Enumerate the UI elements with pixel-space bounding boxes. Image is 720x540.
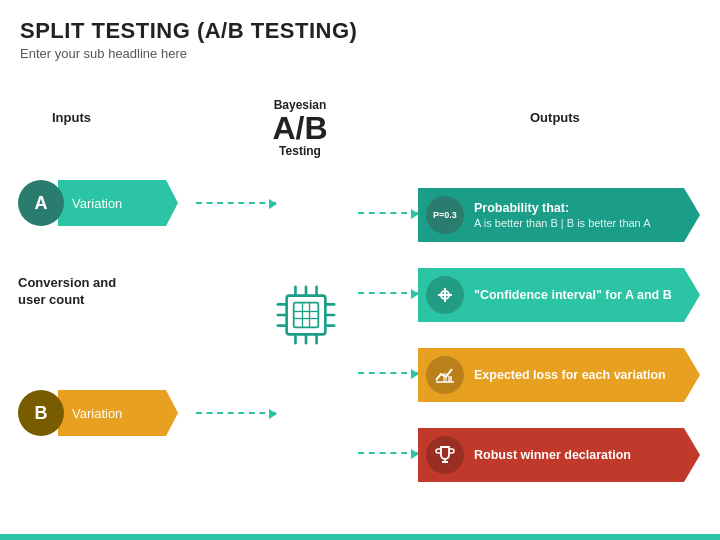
- conversion-label: Conversion and user count: [18, 275, 116, 309]
- bayesian-bottom: Testing: [240, 144, 360, 158]
- p-badge-icon: P=0.3: [426, 196, 464, 234]
- arrow-output-1: [358, 212, 418, 214]
- diagram: Inputs Bayesian A/B Testing Outputs A Va…: [0, 80, 720, 530]
- outputs-label: Outputs: [530, 110, 580, 125]
- arrow-output-2: [358, 292, 418, 294]
- trophy-icon: [426, 436, 464, 474]
- conversion-line1: Conversion and: [18, 275, 116, 292]
- output-shape-3: Expected loss for each variation: [418, 348, 700, 402]
- output-3-text: Expected loss for each variation: [474, 367, 700, 383]
- engine-icon: [256, 265, 356, 365]
- output-shape-2: "Confidence interval" for A and B: [418, 268, 700, 322]
- output-3-main: Expected loss for each variation: [474, 367, 700, 383]
- output-shape-4: Robust winner declaration: [418, 428, 700, 482]
- svg-rect-1: [294, 303, 319, 328]
- bottom-accent-bar: [0, 534, 720, 540]
- bayesian-label: Bayesian A/B Testing: [240, 98, 360, 158]
- variation-b-label: Variation: [72, 406, 122, 421]
- svg-rect-0: [287, 296, 326, 335]
- conversion-line2: user count: [18, 292, 116, 309]
- output-1-sub: A is better than B | B is better than A: [474, 217, 700, 230]
- arrow-input-a: [196, 202, 276, 204]
- page-subtitle: Enter your sub headline here: [20, 46, 700, 61]
- output-2-main: "Confidence interval" for A and B: [474, 287, 700, 303]
- output-item-4: Robust winner declaration: [418, 428, 700, 482]
- confidence-icon: [426, 276, 464, 314]
- arrow-output-4: [358, 452, 418, 454]
- output-item-3: Expected loss for each variation: [418, 348, 700, 402]
- inputs-label: Inputs: [52, 110, 91, 125]
- circle-a: A: [18, 180, 64, 226]
- arrow-input-b: [196, 412, 276, 414]
- pill-a: Variation: [58, 180, 178, 226]
- engine-svg: [262, 271, 350, 359]
- output-4-main: Robust winner declaration: [474, 447, 700, 463]
- bayesian-main: A/B: [240, 112, 360, 144]
- variation-a-label: Variation: [72, 196, 122, 211]
- variation-a-row: A Variation: [18, 180, 178, 226]
- output-item-1: P=0.3 Probability that: A is better than…: [418, 188, 700, 242]
- variation-b-row: B Variation: [18, 390, 178, 436]
- output-item-2: "Confidence interval" for A and B: [418, 268, 700, 322]
- output-2-text: "Confidence interval" for A and B: [474, 287, 700, 303]
- svg-rect-21: [448, 376, 452, 382]
- header: SPLIT TESTING (A/B TESTING) Enter your s…: [0, 0, 720, 67]
- pill-b: Variation: [58, 390, 178, 436]
- output-1-text: Probability that: A is better than B | B…: [474, 200, 700, 229]
- output-shape-1: P=0.3 Probability that: A is better than…: [418, 188, 700, 242]
- output-4-text: Robust winner declaration: [474, 447, 700, 463]
- chart-icon: [426, 356, 464, 394]
- output-1-main: Probability that:: [474, 200, 700, 216]
- svg-rect-22: [443, 373, 447, 382]
- arrow-output-3: [358, 372, 418, 374]
- page-title: SPLIT TESTING (A/B TESTING): [20, 18, 700, 44]
- circle-b: B: [18, 390, 64, 436]
